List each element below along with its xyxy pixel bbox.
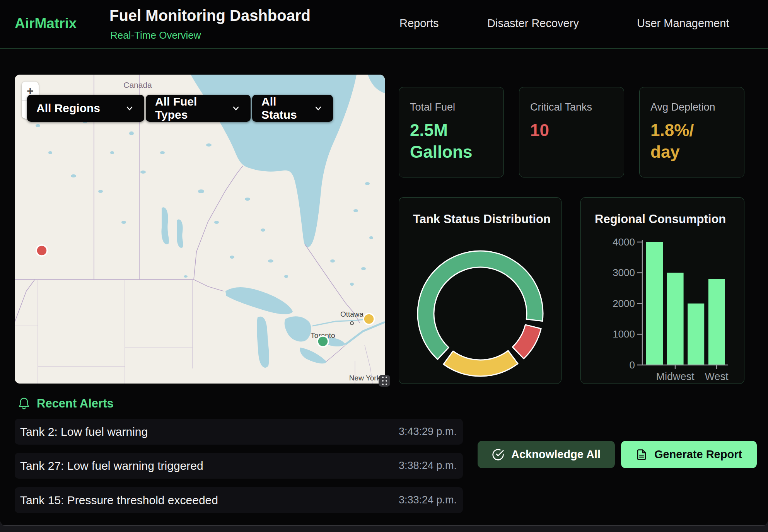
alert-row[interactable]: Tank 2: Low fuel warning 3:43:29 p.m. [15,419,463,445]
bar[interactable] [667,273,684,365]
donut-segment-critical[interactable] [512,325,541,359]
filter-regions-value: All Regions [36,102,100,115]
tank-status-card: Tank Status Distribution [399,197,561,384]
page-subtitle: Real-Time Overview [110,29,201,41]
filter-status-select[interactable]: All Status [252,95,333,122]
chevron-down-icon [231,104,241,113]
bar[interactable] [708,279,725,365]
svg-text:West: West [705,371,729,382]
acknowledge-all-button[interactable]: Acknowledge All [478,441,615,468]
alert-time: 3:43:29 p.m. [399,426,457,438]
map-marker-warning[interactable] [364,314,374,324]
stat-label: Total Fuel [410,101,493,113]
filter-fuel-types-select[interactable]: All Fuel Types [146,95,251,122]
donut-segments [418,251,543,376]
generate-report-button[interactable]: Generate Report [621,441,757,468]
stat-card-total-fuel: Total Fuel 2.5M Gallons [399,87,504,177]
bar[interactable] [646,242,663,365]
svg-text:4000: 4000 [613,236,635,248]
tank-status-donut-chart [399,198,562,384]
stat-value: 1.8%/ day [650,119,733,163]
header: AirMatrix Fuel Monitoring Dashboard Real… [0,0,768,49]
bell-icon [17,397,31,411]
alerts-header: Recent Alerts [17,397,114,411]
stat-card-avg-depletion: Avg Depletion 1.8%/ day [639,87,744,177]
nav-reports[interactable]: Reports [399,17,439,30]
dashboard-root: AirMatrix Fuel Monitoring Dashboard Real… [0,0,768,526]
nav-user-management[interactable]: User Management [637,17,729,30]
svg-text:0: 0 [630,359,635,371]
map-marker-critical[interactable] [36,245,47,256]
map-label-newyork: New York [349,374,381,382]
chevron-down-icon [314,104,323,113]
filter-status-value: All Status [261,95,304,121]
nav-disaster-recovery[interactable]: Disaster Recovery [487,17,579,30]
regional-consumption-bar-chart: 0 1000 2000 3000 4000 Midwest West [581,198,745,384]
y-tick-labels: 0 1000 2000 3000 4000 [613,236,635,371]
donut-segment-warning[interactable] [444,351,518,376]
acknowledge-all-label: Acknowledge All [511,448,601,461]
map-marker-normal[interactable] [317,336,328,347]
alert-message: Tank 15: Pressure threshold exceeded [20,494,218,507]
filter-fuel-types-value: All Fuel Types [155,95,221,121]
check-circle-icon [492,448,504,461]
svg-text:1000: 1000 [613,328,635,340]
map-lake-manitoba [177,219,183,248]
x-tick-labels: Midwest West [656,371,729,382]
page-title: Fuel Monitoring Dashboard [109,7,311,24]
svg-text:Midwest: Midwest [656,371,695,382]
stat-value: 2.5M Gallons [410,119,493,163]
svg-text:2000: 2000 [613,298,635,309]
bar[interactable] [688,304,704,365]
alerts-title: Recent Alerts [37,397,114,411]
map-drag-handle-icon[interactable] [379,375,390,387]
filter-regions-select[interactable]: All Regions [27,95,144,122]
map-label-ottawa: Ottawa [340,310,364,318]
map-panel: Canada Ottawa Toronto New York + − All R… [15,75,385,384]
chevron-down-icon [125,104,134,113]
alert-time: 3:33:24 p.m. [399,494,457,506]
svg-text:3000: 3000 [613,267,635,278]
alert-row[interactable]: Tank 15: Pressure threshold exceeded 3:3… [15,487,463,513]
bars [646,242,725,365]
map-label-country: Canada [123,80,152,89]
generate-report-label: Generate Report [654,448,742,461]
stat-label: Avg Depletion [650,101,733,113]
stat-card-critical-tanks: Critical Tanks 10 [519,87,624,177]
regional-consumption-card: Regional Consumption 0 1000 2000 3000 40… [580,197,744,384]
document-icon [636,449,647,460]
map-filter-bar: All Regions All Fuel Types All Status [27,95,333,122]
alert-message: Tank 2: Low fuel warning [20,425,148,438]
stat-label: Critical Tanks [530,101,613,113]
stat-value: 10 [530,119,613,141]
alert-time: 3:38:24 p.m. [399,460,457,472]
brand-logo: AirMatrix [15,15,77,32]
alert-row[interactable]: Tank 27: Low fuel warning triggered 3:38… [15,453,463,479]
alert-message: Tank 27: Low fuel warning triggered [20,459,203,472]
